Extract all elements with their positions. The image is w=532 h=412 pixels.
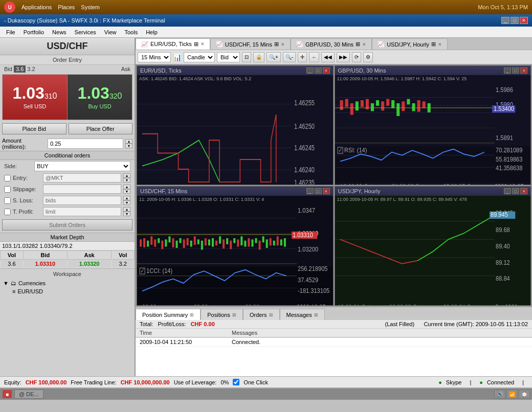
chart-type-select[interactable]: Candle Bar Line [184,52,215,62]
side-select[interactable]: BUY SELL [34,161,130,171]
tab-eurusd-detach[interactable]: ⊞ [194,41,198,48]
tray-icon-2[interactable]: 📶 [506,390,518,399]
tab-usdchf-close[interactable]: ✕ [281,42,285,47]
tab-messages[interactable]: Messages ⊞ [280,309,325,320]
gbpusd-close[interactable]: ✕ [520,67,527,74]
sloss-input[interactable] [43,196,121,205]
tprofit-spin-down[interactable]: ▼ [123,212,130,216]
menu-view[interactable]: View [100,28,121,36]
svg-rect-88 [223,239,225,248]
entry-label: Entry: [13,175,41,181]
tab-usdchf-detach[interactable]: ⊞ [274,41,279,48]
tray-icon-3[interactable]: ⌚ [519,390,530,399]
submit-orders-button[interactable]: Submit Orders [2,219,132,231]
tab-pos-detach[interactable]: ⊞ [232,312,236,317]
one-click-checkbox[interactable] [233,379,239,385]
usdjpy-close[interactable]: ✕ [520,188,527,194]
menu-news[interactable]: News [48,28,71,36]
tab-gbpusd[interactable]: 📈 GBP/USD, 30 Mins ⊞ ✕ [291,38,372,50]
tab-orders[interactable]: Orders ⊞ [243,309,280,320]
sloss-checkbox[interactable] [4,197,11,204]
arrow-button[interactable]: ← [309,52,319,62]
tray-icon-1[interactable]: 🔊 [494,390,505,399]
settings-button[interactable]: ⚙ [363,52,373,62]
eurusd-restore[interactable]: □ [315,67,322,74]
sloss-spin-down[interactable]: ▼ [123,200,130,205]
tprofit-input[interactable] [43,207,121,216]
usdchf-close[interactable]: ✕ [323,188,330,194]
tree-eurusd[interactable]: ≡ EUR/USD [2,287,132,295]
usdchf-minimize[interactable]: _ [306,188,314,194]
scroll-left-button[interactable]: ◀◀ [321,52,335,62]
ubuntu-icon[interactable]: U [4,2,15,13]
restore-button[interactable]: □ [511,17,519,24]
entry-spin-down[interactable]: ▼ [123,178,130,182]
chart-icon-2: 📈 [216,41,223,48]
amount-label: Amount (millions): [2,138,46,150]
menu-tools[interactable]: Tools [120,28,142,36]
tab-usdchf[interactable]: 📈 USD/CHF, 15 Mins ⊞ ✕ [210,38,291,50]
menu-services[interactable]: Services [71,28,100,36]
tab-usdjpy-detach[interactable]: ⊞ [431,41,436,48]
tab-gbpusd-detach[interactable]: ⊞ [356,41,360,48]
svg-rect-35 [402,102,404,111]
price-type-select[interactable]: Bid Ask Mid [217,52,240,62]
tab-eurusd-ticks[interactable]: 📈 EUR/USD, Ticks ⊞ ✕ [136,38,210,50]
tab-usdjpy-close[interactable]: ✕ [438,42,442,47]
svg-text:✓: ✓ [140,267,145,274]
usdjpy-restore[interactable]: □ [512,188,519,194]
menu-applications[interactable]: Applications [21,4,52,10]
usdchf-restore[interactable]: □ [315,188,322,194]
slippage-checkbox[interactable] [4,186,11,193]
eurusd-minimize[interactable]: _ [306,67,314,74]
ask-box[interactable]: 1.03 32 0 Buy USD [68,75,132,120]
slippage-spin-down[interactable]: ▼ [123,189,130,194]
tprofit-spin-up[interactable]: ▲ [123,207,130,212]
svg-rect-79 [190,241,192,247]
close-button[interactable]: ✕ [520,17,528,24]
zoom-in-button[interactable]: 🔍+ [267,52,281,62]
taskbar-app[interactable]: @ DE... [14,390,43,399]
scroll-right-button[interactable]: ▶▶ [337,52,350,62]
tprofit-checkbox[interactable] [4,209,11,215]
tab-msg-detach[interactable]: ⊞ [314,312,318,317]
menu-help[interactable]: Help [142,28,162,36]
taskbar-icon[interactable]: ■ [2,390,12,399]
place-offer-button[interactable]: Place Offer [69,123,133,134]
timeframe-select[interactable]: 15 Mins 30 Mins 1 Hour [138,52,171,62]
sloss-spin-up[interactable]: ▲ [123,196,130,200]
tree-currencies[interactable]: ▼ 🗂 Currencies [2,279,132,287]
eurusd-close[interactable]: ✕ [323,67,330,74]
svg-text:03:30: 03:30 [194,303,208,305]
entry-spin-up[interactable]: ▲ [123,173,130,178]
tab-gbpusd-close[interactable]: ✕ [362,42,366,47]
place-bid-button[interactable]: Place Bid [2,123,66,134]
usdjpy-minimize[interactable]: _ [504,188,511,194]
tab-position-summary[interactable]: Position Summary ⊞ [136,309,201,320]
zoom-out-button[interactable]: 🔍- [283,52,296,62]
spin-down[interactable]: ▼ [125,144,132,148]
menu-file[interactable]: File [2,28,19,36]
entry-checkbox[interactable] [4,175,11,181]
zoom-fit-button[interactable]: ⊡ [242,52,251,62]
indicators-button[interactable]: ⟳ [352,52,361,62]
menu-system[interactable]: System [81,4,100,10]
bid-box[interactable]: 1.03 31 0 Sell USD [3,75,68,120]
entry-input[interactable] [43,173,121,182]
gbpusd-minimize[interactable]: _ [504,67,511,74]
tab-usdjpy[interactable]: 📈 USD/JPY, Hourly ⊞ ✕ [372,38,448,50]
amount-input[interactable] [48,139,123,149]
menu-portfolio[interactable]: Portfolio [19,28,48,36]
crosshair-button[interactable]: ✛ [298,52,307,62]
slippage-input[interactable] [43,185,121,194]
slippage-spin-up[interactable]: ▲ [123,185,130,189]
tab-ps-detach[interactable]: ⊞ [190,312,194,317]
tab-ord-detach[interactable]: ⊞ [269,312,273,317]
spin-up[interactable]: ▲ [125,139,132,144]
lock-button[interactable]: 🔒 [253,52,264,62]
menu-places[interactable]: Places [58,4,75,10]
minimize-button[interactable]: _ [501,17,509,24]
tab-eurusd-close[interactable]: ✕ [201,41,205,47]
gbpusd-restore[interactable]: □ [512,67,519,74]
tab-positions[interactable]: Positions ⊞ [201,309,243,320]
